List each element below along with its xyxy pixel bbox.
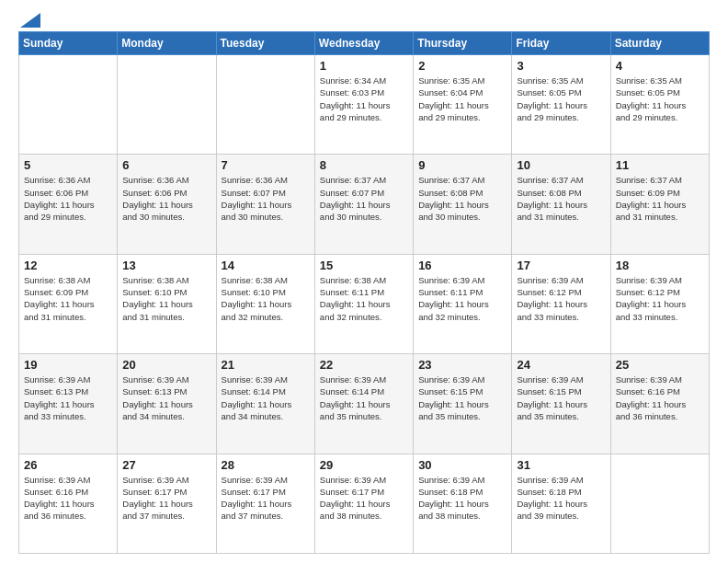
day-number: 5	[24, 158, 112, 172]
day-number: 21	[222, 358, 310, 372]
day-cell: 11Sunrise: 6:37 AM Sunset: 6:09 PM Dayli…	[610, 155, 709, 254]
day-number: 7	[222, 158, 310, 172]
day-number: 17	[517, 259, 605, 272]
svg-marker-0	[20, 13, 40, 28]
day-cell: 1Sunrise: 6:34 AM Sunset: 6:03 PM Daylig…	[314, 55, 413, 155]
calendar: SundayMondayTuesdayWednesdayThursdayFrid…	[18, 31, 710, 554]
day-info: Sunrise: 6:39 AM Sunset: 6:11 PM Dayligh…	[418, 274, 506, 323]
day-number: 9	[418, 158, 506, 172]
weekday-header-tuesday: Tuesday	[216, 32, 314, 55]
day-info: Sunrise: 6:34 AM Sunset: 6:03 PM Dayligh…	[320, 75, 408, 123]
day-cell: 21Sunrise: 6:39 AM Sunset: 6:14 PM Dayli…	[216, 354, 314, 454]
day-info: Sunrise: 6:39 AM Sunset: 6:16 PM Dayligh…	[616, 373, 704, 422]
weekday-header-row: SundayMondayTuesdayWednesdayThursdayFrid…	[19, 32, 710, 55]
week-row-1: 5Sunrise: 6:36 AM Sunset: 6:06 PM Daylig…	[19, 155, 710, 254]
weekday-header-saturday: Saturday	[610, 32, 709, 55]
day-cell: 13Sunrise: 6:38 AM Sunset: 6:10 PM Dayli…	[118, 254, 216, 353]
day-info: Sunrise: 6:36 AM Sunset: 6:06 PM Dayligh…	[24, 174, 112, 223]
day-number: 24	[517, 358, 605, 372]
day-info: Sunrise: 6:39 AM Sunset: 6:18 PM Dayligh…	[517, 474, 605, 523]
day-info: Sunrise: 6:39 AM Sunset: 6:13 PM Dayligh…	[24, 373, 112, 422]
page: SundayMondayTuesdayWednesdayThursdayFrid…	[0, 0, 728, 563]
week-row-4: 26Sunrise: 6:39 AM Sunset: 6:16 PM Dayli…	[19, 454, 710, 553]
day-info: Sunrise: 6:37 AM Sunset: 6:08 PM Dayligh…	[517, 174, 605, 223]
day-number: 26	[24, 458, 112, 472]
day-info: Sunrise: 6:39 AM Sunset: 6:17 PM Dayligh…	[122, 474, 210, 523]
weekday-header-sunday: Sunday	[19, 32, 118, 55]
day-info: Sunrise: 6:39 AM Sunset: 6:17 PM Dayligh…	[320, 474, 408, 523]
day-number: 11	[616, 158, 704, 172]
day-cell: 4Sunrise: 6:35 AM Sunset: 6:05 PM Daylig…	[610, 55, 709, 155]
day-cell: 14Sunrise: 6:38 AM Sunset: 6:10 PM Dayli…	[216, 254, 314, 353]
day-cell: 23Sunrise: 6:39 AM Sunset: 6:15 PM Dayli…	[414, 354, 512, 454]
logo	[18, 15, 40, 24]
day-number: 22	[320, 358, 408, 372]
day-cell: 9Sunrise: 6:37 AM Sunset: 6:08 PM Daylig…	[414, 155, 512, 254]
day-cell: 29Sunrise: 6:39 AM Sunset: 6:17 PM Dayli…	[314, 454, 413, 553]
day-number: 27	[122, 458, 210, 472]
weekday-header-wednesday: Wednesday	[314, 32, 413, 55]
day-number: 8	[320, 158, 408, 172]
day-info: Sunrise: 6:38 AM Sunset: 6:10 PM Dayligh…	[222, 274, 310, 323]
day-cell: 24Sunrise: 6:39 AM Sunset: 6:15 PM Dayli…	[512, 354, 610, 454]
day-number: 12	[24, 259, 112, 272]
day-info: Sunrise: 6:35 AM Sunset: 6:05 PM Dayligh…	[616, 75, 704, 123]
day-cell: 2Sunrise: 6:35 AM Sunset: 6:04 PM Daylig…	[414, 55, 512, 155]
day-cell: 7Sunrise: 6:36 AM Sunset: 6:07 PM Daylig…	[216, 155, 314, 254]
day-info: Sunrise: 6:39 AM Sunset: 6:13 PM Dayligh…	[122, 373, 210, 422]
day-info: Sunrise: 6:39 AM Sunset: 6:18 PM Dayligh…	[418, 474, 506, 523]
day-info: Sunrise: 6:39 AM Sunset: 6:14 PM Dayligh…	[320, 373, 408, 422]
day-number: 4	[616, 59, 704, 73]
day-cell: 20Sunrise: 6:39 AM Sunset: 6:13 PM Dayli…	[118, 354, 216, 454]
weekday-header-friday: Friday	[512, 32, 610, 55]
day-info: Sunrise: 6:37 AM Sunset: 6:08 PM Dayligh…	[418, 174, 506, 223]
day-cell: 16Sunrise: 6:39 AM Sunset: 6:11 PM Dayli…	[414, 254, 512, 353]
day-number: 29	[320, 458, 408, 472]
day-cell: 6Sunrise: 6:36 AM Sunset: 6:06 PM Daylig…	[118, 155, 216, 254]
day-cell: 18Sunrise: 6:39 AM Sunset: 6:12 PM Dayli…	[610, 254, 709, 353]
day-cell	[118, 55, 216, 155]
day-cell	[19, 55, 118, 155]
day-cell: 28Sunrise: 6:39 AM Sunset: 6:17 PM Dayli…	[216, 454, 314, 553]
day-info: Sunrise: 6:38 AM Sunset: 6:09 PM Dayligh…	[24, 274, 112, 323]
day-info: Sunrise: 6:39 AM Sunset: 6:12 PM Dayligh…	[616, 274, 704, 323]
day-number: 2	[418, 59, 506, 73]
day-cell	[610, 454, 709, 553]
day-info: Sunrise: 6:37 AM Sunset: 6:07 PM Dayligh…	[320, 174, 408, 223]
day-info: Sunrise: 6:39 AM Sunset: 6:17 PM Dayligh…	[222, 474, 310, 523]
day-cell: 19Sunrise: 6:39 AM Sunset: 6:13 PM Dayli…	[19, 354, 118, 454]
day-info: Sunrise: 6:35 AM Sunset: 6:04 PM Dayligh…	[418, 75, 506, 123]
day-info: Sunrise: 6:36 AM Sunset: 6:06 PM Dayligh…	[122, 174, 210, 223]
week-row-3: 19Sunrise: 6:39 AM Sunset: 6:13 PM Dayli…	[19, 354, 710, 454]
week-row-0: 1Sunrise: 6:34 AM Sunset: 6:03 PM Daylig…	[19, 55, 710, 155]
day-info: Sunrise: 6:39 AM Sunset: 6:14 PM Dayligh…	[222, 373, 310, 422]
day-info: Sunrise: 6:35 AM Sunset: 6:05 PM Dayligh…	[517, 75, 605, 123]
weekday-header-monday: Monday	[118, 32, 216, 55]
day-cell: 12Sunrise: 6:38 AM Sunset: 6:09 PM Dayli…	[19, 254, 118, 353]
day-number: 14	[222, 259, 310, 272]
day-info: Sunrise: 6:39 AM Sunset: 6:16 PM Dayligh…	[24, 474, 112, 523]
day-cell: 27Sunrise: 6:39 AM Sunset: 6:17 PM Dayli…	[118, 454, 216, 553]
day-number: 31	[517, 458, 605, 472]
day-number: 10	[517, 158, 605, 172]
day-info: Sunrise: 6:39 AM Sunset: 6:15 PM Dayligh…	[517, 373, 605, 422]
day-cell: 17Sunrise: 6:39 AM Sunset: 6:12 PM Dayli…	[512, 254, 610, 353]
day-info: Sunrise: 6:39 AM Sunset: 6:12 PM Dayligh…	[517, 274, 605, 323]
day-number: 3	[517, 59, 605, 73]
day-number: 13	[122, 259, 210, 272]
day-cell: 25Sunrise: 6:39 AM Sunset: 6:16 PM Dayli…	[610, 354, 709, 454]
day-cell: 22Sunrise: 6:39 AM Sunset: 6:14 PM Dayli…	[314, 354, 413, 454]
day-info: Sunrise: 6:38 AM Sunset: 6:11 PM Dayligh…	[320, 274, 408, 323]
day-number: 1	[320, 59, 408, 73]
weekday-header-thursday: Thursday	[414, 32, 512, 55]
day-number: 19	[24, 358, 112, 372]
day-number: 15	[320, 259, 408, 272]
day-cell: 5Sunrise: 6:36 AM Sunset: 6:06 PM Daylig…	[19, 155, 118, 254]
day-cell: 31Sunrise: 6:39 AM Sunset: 6:18 PM Dayli…	[512, 454, 610, 553]
day-info: Sunrise: 6:36 AM Sunset: 6:07 PM Dayligh…	[222, 174, 310, 223]
header	[18, 15, 710, 24]
day-info: Sunrise: 6:39 AM Sunset: 6:15 PM Dayligh…	[418, 373, 506, 422]
day-cell: 30Sunrise: 6:39 AM Sunset: 6:18 PM Dayli…	[414, 454, 512, 553]
day-info: Sunrise: 6:37 AM Sunset: 6:09 PM Dayligh…	[616, 174, 704, 223]
day-number: 23	[418, 358, 506, 372]
